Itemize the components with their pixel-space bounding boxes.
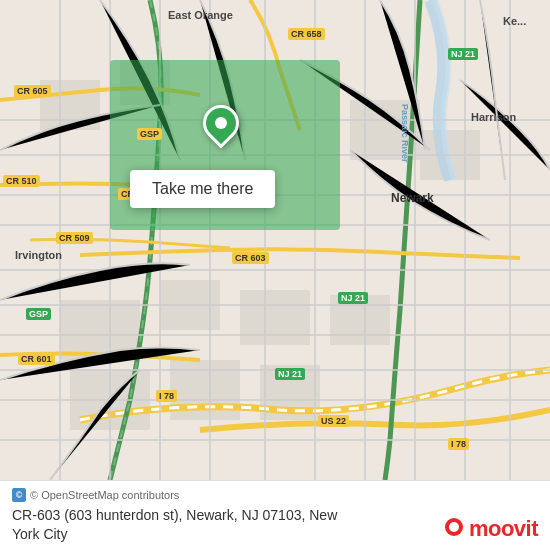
moovit-brand-text: moovit — [469, 518, 538, 540]
osm-text: © OpenStreetMap contributors — [30, 489, 179, 501]
svg-rect-7 — [170, 360, 240, 420]
place-newark: Newark — [388, 190, 437, 206]
road-label-i78-left: I 78 — [156, 390, 177, 402]
road-label-cr605: CR 605 — [14, 85, 51, 97]
location-pin — [203, 105, 239, 141]
road-label-cr510: CR 510 — [3, 175, 40, 187]
place-harrison: Harrison — [468, 110, 519, 124]
place-ke: Ke... — [500, 14, 529, 28]
location-name: CR-603 (603 hunterdon st), Newark, NJ 07… — [12, 507, 337, 541]
place-irvington: Irvington — [12, 248, 65, 262]
place-east-orange: East Orange — [165, 8, 236, 22]
pin-inner — [215, 117, 227, 129]
road-label-nj21-mid: NJ 21 — [338, 292, 368, 304]
road-label-cr509: CR 509 — [56, 232, 93, 244]
attribution-bar: © © OpenStreetMap contributors CR-603 (6… — [0, 480, 550, 550]
osm-attribution: © © OpenStreetMap contributors — [12, 488, 538, 502]
take-me-there-button[interactable]: Take me there — [130, 170, 275, 208]
svg-rect-4 — [240, 290, 310, 345]
road-label-cr603: CR 603 — [232, 252, 269, 264]
road-label-i78-right: I 78 — [448, 438, 469, 450]
road-label-nj21-lower: NJ 21 — [275, 368, 305, 380]
pin-marker — [196, 98, 247, 149]
road-label-gsp-bottom: GSP — [26, 308, 51, 320]
map-container: Take me there CR 605 GSP CR 658 NJ 21 CR… — [0, 0, 550, 480]
road-label-cr601: CR 601 — [18, 353, 55, 365]
river-label: Passaic River — [399, 101, 411, 166]
road-label-us22: US 22 — [318, 415, 349, 427]
road-label-gsp-top: GSP — [137, 128, 162, 140]
road-label-nj21-top: NJ 21 — [448, 48, 478, 60]
moovit-icon — [445, 518, 463, 536]
osm-logo: © — [12, 488, 26, 502]
road-label-cr658: CR 658 — [288, 28, 325, 40]
moovit-logo: moovit — [445, 518, 538, 540]
